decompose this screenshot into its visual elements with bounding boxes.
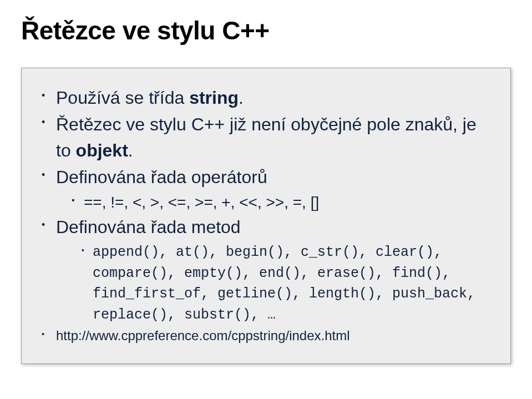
sub-bullet-item: append(), at(), begin(), c_str(), clear(… bbox=[56, 242, 495, 325]
bullet-text: Definována řada metod bbox=[56, 217, 241, 237]
bullet-item: Definována řada metod append(), at(), be… bbox=[37, 214, 495, 325]
slide-title: Řetězce ve stylu C++ bbox=[21, 16, 511, 46]
bullet-text-bold: objekt bbox=[76, 140, 128, 160]
bullet-item: Definována řada operátorů ==, !=, <, >, … bbox=[37, 164, 495, 213]
slide: Řetězce ve stylu C++ Používá se třída st… bbox=[0, 0, 532, 399]
bullet-text: Používá se třída bbox=[56, 88, 189, 108]
sub-bullet-list: ==, !=, <, >, <=, >=, +, <<, >>, =, [] bbox=[56, 191, 495, 213]
link-text: http://www.cppreference.com/cppstring/in… bbox=[56, 328, 350, 343]
bullet-item: Používá se třída string. bbox=[37, 85, 495, 110]
sub-bullet-text-code: append(), at(), begin(), c_str(), clear(… bbox=[93, 244, 475, 323]
sub-bullet-list: append(), at(), begin(), c_str(), clear(… bbox=[56, 242, 495, 325]
bullet-text: . bbox=[128, 140, 133, 160]
sub-bullet-item: ==, !=, <, >, <=, >=, +, <<, >>, =, [] bbox=[56, 191, 495, 213]
sub-bullet-text: ==, !=, <, >, <=, >=, +, <<, >>, =, [] bbox=[84, 194, 319, 211]
bullet-item: Řetězec ve stylu C++ již není obyčejné p… bbox=[37, 112, 495, 163]
bullet-text: Definována řada operátorů bbox=[56, 167, 267, 187]
bullet-text-bold: string bbox=[189, 88, 239, 108]
content-box: Používá se třída string. Řetězec ve styl… bbox=[21, 68, 511, 364]
bullet-list: Používá se třída string. Řetězec ve styl… bbox=[37, 85, 495, 346]
bullet-item-link: http://www.cppreference.com/cppstring/in… bbox=[37, 326, 495, 346]
bullet-text: . bbox=[239, 88, 244, 108]
